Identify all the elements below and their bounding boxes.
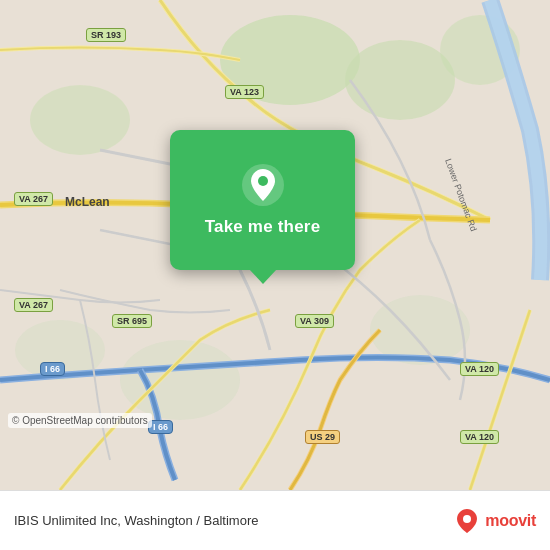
bottom-location-text: IBIS Unlimited Inc, Washington / Baltimo… xyxy=(14,513,453,528)
road-badge-va120-bot: VA 120 xyxy=(460,430,499,444)
road-badge-va267-top: VA 267 xyxy=(14,192,53,206)
svg-point-11 xyxy=(463,515,471,523)
moovit-brand-text: moovit xyxy=(485,512,536,530)
mclean-label: McLean xyxy=(65,195,110,209)
road-badge-va309: VA 309 xyxy=(295,314,334,328)
moovit-logo: moovit xyxy=(453,507,536,535)
svg-point-4 xyxy=(30,85,130,155)
road-badge-va120-right: VA 120 xyxy=(460,362,499,376)
svg-point-5 xyxy=(120,340,240,420)
osm-attribution: © OpenStreetMap contributors xyxy=(8,413,152,428)
popup-card[interactable]: Take me there xyxy=(170,130,355,270)
location-pin-icon xyxy=(241,163,285,207)
svg-point-10 xyxy=(258,176,268,186)
svg-point-2 xyxy=(345,40,455,120)
bottom-bar: IBIS Unlimited Inc, Washington / Baltimo… xyxy=(0,490,550,550)
road-badge-va123: VA 123 xyxy=(225,85,264,99)
map-container: Lower Potomac Rd SR 193 VA 123 VA 267 VA… xyxy=(0,0,550,490)
road-badge-i66-left: I 66 xyxy=(40,362,65,376)
road-badge-us29: US 29 xyxy=(305,430,340,444)
road-badge-va267-bot: VA 267 xyxy=(14,298,53,312)
road-badge-sr193: SR 193 xyxy=(86,28,126,42)
popup-label: Take me there xyxy=(205,217,321,237)
road-badge-sr695: SR 695 xyxy=(112,314,152,328)
moovit-logo-icon xyxy=(453,507,481,535)
